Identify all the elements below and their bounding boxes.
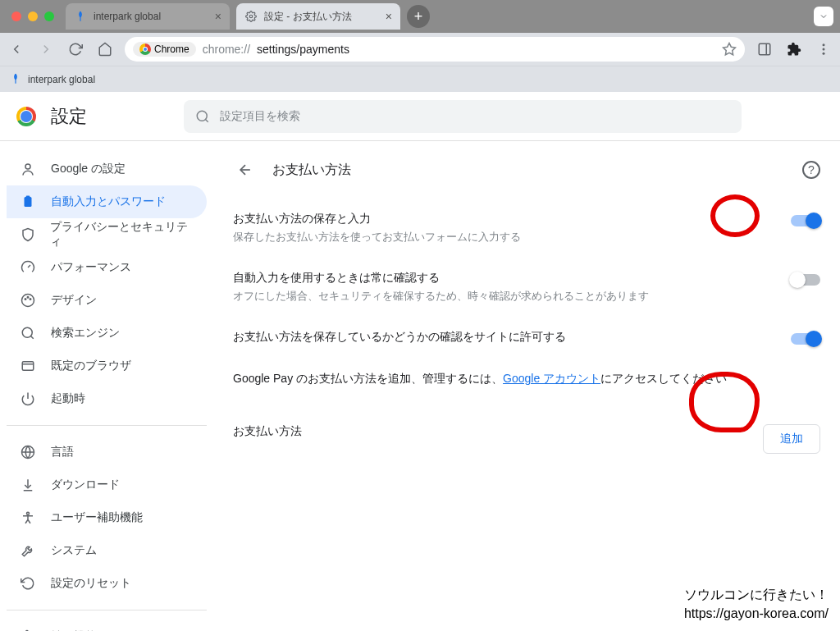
maximize-window-button[interactable]	[44, 11, 54, 21]
tabs-dropdown-button[interactable]	[814, 7, 833, 26]
tab-title: 設定 - お支払い方法	[264, 10, 379, 24]
sidebar-label: システム	[51, 543, 97, 558]
add-payment-button[interactable]: 追加	[763, 424, 820, 454]
sidebar-label: Google の設定	[51, 162, 126, 176]
sidebar-label: 既定のブラウザ	[51, 359, 131, 373]
settings-header: 設定 設定項目を検索	[0, 92, 840, 141]
svg-line-12	[28, 265, 30, 267]
back-arrow-button[interactable]	[233, 158, 258, 182]
svg-point-15	[27, 297, 29, 299]
close-window-button[interactable]	[11, 11, 21, 21]
gpay-info-row: Google Pay のお支払い方法を追加、管理するには、Google アカウン…	[233, 358, 820, 400]
setting-title: 自動入力を使用するときは常に確認する	[233, 271, 778, 286]
sidebar-item-extensions[interactable]: 拡張機能	[7, 620, 207, 631]
power-icon	[20, 391, 36, 406]
sidebar-item-autofill[interactable]: 自動入力とパスワード	[7, 185, 207, 218]
url-scheme: chrome://	[203, 43, 250, 56]
chip-label: Chrome	[154, 43, 189, 55]
chrome-logo-icon	[16, 107, 36, 126]
toggle-confirm-autofill[interactable]	[791, 274, 820, 286]
close-tab-icon[interactable]: ×	[386, 10, 392, 23]
svg-rect-11	[26, 196, 30, 199]
extensions-icon[interactable]	[784, 39, 804, 59]
bookmark-star-icon[interactable]	[722, 42, 737, 57]
sidebar-item-downloads[interactable]: ダウンロード	[7, 469, 207, 501]
back-button[interactable]	[7, 39, 26, 59]
help-icon[interactable]: ?	[802, 161, 820, 179]
svg-line-18	[30, 336, 33, 338]
sidebar-item-system[interactable]: システム	[7, 534, 207, 567]
svg-rect-19	[22, 362, 34, 371]
sidebar-label: 言語	[51, 445, 74, 460]
side-panel-icon[interactable]	[755, 39, 774, 59]
svg-point-6	[823, 53, 825, 55]
svg-line-8	[205, 119, 208, 121]
bookmark-item[interactable]: interpark global	[28, 74, 95, 85]
address-bar[interactable]: Chrome chrome://settings/payments	[125, 37, 745, 62]
sidebar-label: ダウンロード	[51, 478, 120, 492]
forward-button[interactable]	[36, 39, 56, 59]
svg-point-4	[823, 43, 825, 46]
setting-title: お支払い方法を保存しているかどうかの確認をサイトに許可する	[233, 330, 778, 345]
window-icon	[20, 359, 36, 373]
svg-point-9	[25, 164, 30, 169]
user-icon	[20, 162, 36, 176]
browser-toolbar: Chrome chrome://settings/payments	[0, 33, 840, 66]
tab-title: interpark global	[94, 11, 208, 22]
sidebar-label: パフォーマンス	[51, 260, 131, 275]
settings-search-input[interactable]: 設定項目を検索	[184, 100, 742, 133]
settings-sidebar: Google の設定 自動入力とパスワード プライバシーとセキュリティ パフォー…	[0, 141, 213, 631]
browser-tab-settings[interactable]: 設定 - お支払い方法 ×	[236, 3, 400, 30]
sidebar-item-default-browser[interactable]: 既定のブラウザ	[7, 350, 207, 382]
palette-icon	[20, 293, 36, 308]
setting-title: お支払い方法の保存と入力	[233, 212, 778, 226]
setting-row-confirm-autofill: 自動入力を使用するときは常に確認する オフにした場合、セキュリティを確保するため…	[233, 258, 820, 317]
sidebar-separator	[7, 610, 207, 610]
toggle-allow-sites[interactable]	[791, 333, 820, 345]
svg-point-25	[27, 512, 30, 514]
search-icon	[20, 326, 36, 341]
page-title: お支払い方法	[272, 162, 351, 179]
sidebar-item-languages[interactable]: 言語	[7, 436, 207, 469]
sidebar-label: デザイン	[51, 293, 97, 308]
sidebar-item-reset[interactable]: 設定のリセット	[7, 567, 207, 600]
payment-methods-section: お支払い方法 追加	[233, 400, 820, 467]
sidebar-item-search-engine[interactable]: 検索エンジン	[7, 317, 207, 350]
bookmarks-bar: interpark global	[0, 66, 840, 92]
sidebar-label: 自動入力とパスワード	[51, 194, 166, 209]
svg-point-14	[25, 299, 26, 300]
menu-icon[interactable]	[814, 39, 833, 59]
home-button[interactable]	[95, 39, 115, 59]
settings-app-title: 設定	[51, 104, 87, 129]
new-tab-button[interactable]: +	[407, 5, 430, 28]
search-icon	[195, 109, 210, 124]
svg-rect-2	[759, 43, 770, 55]
bookmark-favicon-icon	[10, 73, 23, 86]
setting-desc: 保存したお支払い方法を使ってお支払いフォームに入力する	[233, 230, 778, 245]
google-account-link[interactable]: Google アカウント	[503, 372, 600, 385]
wrench-icon	[20, 543, 36, 558]
svg-point-5	[823, 48, 825, 51]
watermark: ソウルコンに行きたい！ https://gayon-korea.com/	[684, 586, 829, 623]
minimize-window-button[interactable]	[28, 11, 38, 21]
browser-tab-strip: interpark global × 設定 - お支払い方法 × +	[0, 0, 840, 33]
watermark-line1: ソウルコンに行きたい！	[684, 586, 829, 604]
sidebar-item-accessibility[interactable]: ユーザー補助機能	[7, 501, 207, 534]
browser-tab-interpark[interactable]: interpark global ×	[66, 3, 230, 30]
sidebar-item-appearance[interactable]: デザイン	[7, 284, 207, 317]
sidebar-item-startup[interactable]: 起動時	[7, 382, 207, 415]
sidebar-item-google[interactable]: Google の設定	[7, 153, 207, 185]
sidebar-item-privacy[interactable]: プライバシーとセキュリティ	[7, 218, 207, 251]
close-tab-icon[interactable]: ×	[215, 10, 221, 23]
reload-button[interactable]	[66, 39, 85, 59]
sidebar-item-performance[interactable]: パフォーマンス	[7, 251, 207, 284]
settings-main-panel: お支払い方法 ? お支払い方法の保存と入力 保存したお支払い方法を使ってお支払い…	[213, 141, 840, 631]
sidebar-label: 検索エンジン	[51, 326, 120, 341]
clipboard-icon	[20, 194, 36, 209]
setting-row-allow-sites: お支払い方法を保存しているかどうかの確認をサイトに許可する	[233, 317, 820, 358]
toggle-save-payment[interactable]	[791, 215, 820, 226]
shield-icon	[20, 227, 35, 242]
sidebar-label: ユーザー補助機能	[51, 510, 143, 525]
settings-favicon-icon	[244, 10, 258, 23]
svg-point-0	[249, 15, 253, 18]
